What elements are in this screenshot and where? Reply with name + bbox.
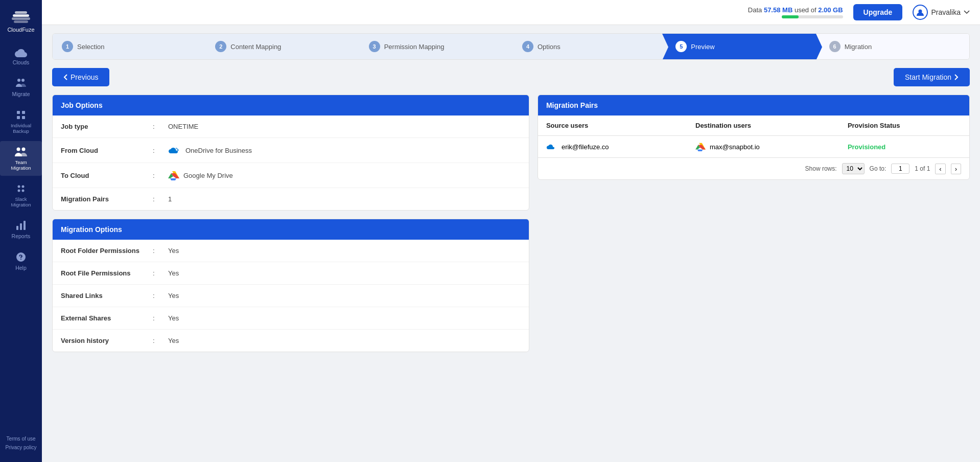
col-status: Provision Status: [839, 115, 969, 136]
job-type-row: Job type : ONETIME: [53, 115, 529, 138]
goto-label: Go to:: [870, 165, 886, 172]
root-folder-value: Yes: [168, 247, 179, 255]
main-columns: Job Options Job type : ONETIME From Clou…: [52, 95, 970, 360]
dest-cloud-icon: [695, 142, 706, 151]
step-permission-mapping[interactable]: 3 Permission Mapping: [356, 34, 509, 59]
migration-pairs-table-body: Source users Destination users Provision…: [538, 115, 969, 157]
next-arrow-icon: [954, 74, 959, 80]
step-migration[interactable]: 6 Migration: [816, 34, 969, 59]
sidebar-item-help[interactable]: Help: [0, 246, 42, 276]
data-usage: Data 57.58 MB used of 2.00 GB: [748, 6, 843, 18]
svg-point-12: [18, 186, 20, 188]
user-menu[interactable]: Pravalika: [913, 5, 970, 20]
sidebar-item-backup[interactable]: IndividualBackup: [0, 104, 42, 139]
root-file-label: Root File Permissions: [61, 269, 153, 277]
sidebar: CloudFuze Clouds Migrate IndividualBacku…: [0, 0, 42, 462]
gdrive-icon: [168, 170, 179, 180]
step-5-num: 5: [675, 41, 687, 52]
main-area: Data 57.58 MB used of 2.00 GB Upgrade Pr…: [42, 0, 980, 462]
step-options[interactable]: 4 Options: [509, 34, 662, 59]
step-2-num: 2: [215, 41, 226, 52]
step-preview[interactable]: 5 Preview: [662, 34, 815, 59]
from-cloud-value: OneDrive for Business: [168, 145, 252, 155]
sidebar-item-migrate-label: Migrate: [12, 91, 30, 97]
upgrade-button[interactable]: Upgrade: [853, 4, 903, 20]
prev-page-button[interactable]: ‹: [935, 164, 945, 174]
pairs-table: Source users Destination users Provision…: [538, 115, 969, 157]
step-selection[interactable]: 1 Selection: [53, 34, 202, 59]
sidebar-item-team-label: TeamMigration: [11, 159, 31, 171]
data-total: 2.00 GB: [818, 6, 843, 14]
start-migration-button[interactable]: Start Migration: [894, 68, 970, 86]
svg-point-4: [17, 79, 20, 82]
show-rows-select[interactable]: 10 25 50: [842, 163, 865, 174]
migration-pairs-card-title: Migration Pairs: [546, 101, 598, 109]
version-history-value: Yes: [168, 337, 179, 344]
migration-options-header: Migration Options: [53, 219, 529, 240]
svg-rect-18: [24, 221, 26, 230]
sidebar-item-reports-label: Reports: [12, 233, 31, 239]
svg-rect-7: [17, 116, 20, 119]
data-progress-bar: [782, 15, 843, 18]
external-shares-value: Yes: [168, 314, 179, 322]
migration-pairs-value: 1: [168, 195, 172, 203]
previous-button[interactable]: Previous: [52, 68, 109, 86]
sidebar-item-migrate[interactable]: Migrate: [0, 73, 42, 102]
step-1-label: Selection: [77, 43, 104, 51]
job-type-label: Job type: [61, 123, 153, 130]
chevron-down-icon: [964, 10, 970, 14]
svg-rect-17: [20, 223, 22, 230]
goto-input[interactable]: [891, 164, 909, 174]
prev-arrow-icon: [63, 74, 67, 80]
provision-status-cell: Provisioned: [839, 136, 969, 158]
step-content-mapping[interactable]: 2 Content Mapping: [202, 34, 355, 59]
migration-options-title: Migration Options: [61, 225, 122, 234]
svg-rect-8: [22, 111, 25, 114]
privacy-link[interactable]: Privacy policy: [5, 443, 36, 452]
sidebar-bottom: Terms of use Privacy policy: [0, 434, 42, 457]
step-3-label: Permission Mapping: [384, 43, 445, 51]
root-file-value: Yes: [168, 269, 179, 277]
step-4-num: 4: [522, 41, 533, 52]
svg-rect-6: [17, 111, 20, 114]
step-4-label: Options: [538, 43, 561, 51]
sidebar-item-slack-label: SlackMigration: [11, 196, 31, 207]
root-folder-row: Root Folder Permissions : Yes: [53, 240, 529, 262]
data-of: used of: [795, 6, 816, 14]
root-file-row: Root File Permissions : Yes: [53, 262, 529, 285]
step-6-label: Migration: [845, 43, 872, 51]
job-options-header: Job Options: [53, 95, 529, 115]
svg-rect-3: [14, 20, 28, 23]
svg-point-11: [22, 148, 26, 151]
sidebar-logo[interactable]: CloudFuze: [7, 5, 34, 37]
from-cloud-row: From Cloud : OneDrive for Business: [53, 138, 529, 163]
external-shares-row: External Shares : Yes: [53, 307, 529, 330]
start-migration-label: Start Migration: [905, 73, 951, 81]
job-options-card: Job Options Job type : ONETIME From Clou…: [52, 95, 529, 211]
migration-options-body: Root Folder Permissions : Yes Root File …: [53, 240, 529, 352]
step-2-label: Content Mapping: [230, 43, 281, 51]
destination-user-cell: max@snapbot.io: [687, 136, 839, 158]
svg-rect-0: [13, 14, 29, 17]
sidebar-item-clouds[interactable]: Clouds: [0, 43, 42, 71]
terms-link[interactable]: Terms of use: [6, 434, 35, 443]
right-column: Migration Pairs Source users Destination…: [538, 95, 970, 188]
to-cloud-value: Google My Drive: [168, 170, 233, 180]
data-bar-fill: [782, 15, 799, 18]
external-shares-label: External Shares: [61, 314, 153, 322]
provision-status-badge: Provisioned: [848, 143, 885, 151]
svg-point-5: [21, 79, 25, 82]
sidebar-item-help-label: Help: [15, 265, 27, 271]
next-page-button[interactable]: ›: [951, 164, 961, 174]
col-source: Source users: [538, 115, 687, 136]
data-used: 57.58 MB: [764, 6, 792, 14]
sidebar-item-slack-migration[interactable]: SlackMigration: [0, 178, 42, 213]
source-cloud-icon: [546, 142, 557, 151]
step-6-num: 6: [829, 41, 841, 52]
svg-marker-22: [170, 178, 176, 180]
migration-pairs-label: Migration Pairs: [61, 195, 153, 203]
sidebar-logo-label: CloudFuze: [7, 27, 34, 33]
sidebar-item-team-migration[interactable]: TeamMigration: [0, 141, 42, 176]
sidebar-item-reports[interactable]: Reports: [0, 215, 42, 244]
data-label: Data: [748, 6, 762, 14]
